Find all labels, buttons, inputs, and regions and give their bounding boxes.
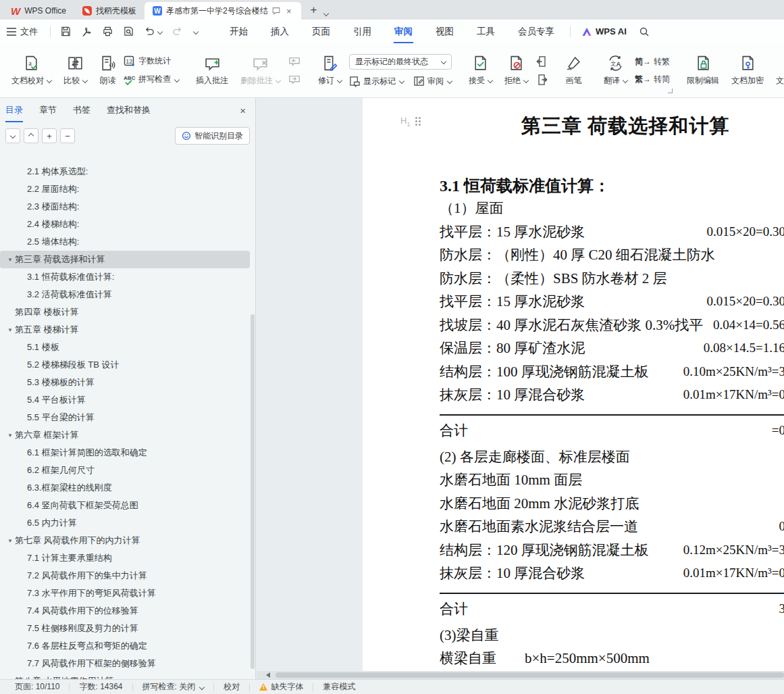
- doc-text-line[interactable]: 找平层：15 厚水泥砂浆0.015×20=0.30: [440, 290, 784, 314]
- toc-item[interactable]: 5.3 楼梯板的计算: [0, 374, 250, 391]
- chat-bubble-icon[interactable]: [271, 6, 281, 16]
- spell-check-button[interactable]: ABC 拼写检查: [124, 74, 179, 86]
- insert-comment-button[interactable]: 插入批注: [191, 55, 233, 86]
- sidebar-scrollbar[interactable]: [251, 314, 255, 669]
- toc-item[interactable]: 5.5 平台梁的计算: [0, 409, 250, 426]
- read-aloud-button[interactable]: 朗读: [95, 55, 121, 86]
- undo-button[interactable]: [144, 26, 162, 36]
- sidebar-tab-chapters[interactable]: 章节: [39, 98, 57, 122]
- print-preview-icon[interactable]: [123, 26, 134, 37]
- toc-item[interactable]: ▼第六章 框架计算: [0, 426, 250, 444]
- toc-item[interactable]: 5.4 平台板计算: [0, 391, 250, 409]
- toc-item[interactable]: 6.3.框架梁柱的线刚度: [0, 479, 250, 497]
- markup-state-select[interactable]: 显示标记的最终状态: [349, 54, 452, 70]
- doc-text-line[interactable]: （1）屋面: [440, 197, 784, 220]
- doc-text-line[interactable]: 横梁自重b×h=250mm×500mm: [440, 647, 784, 670]
- collapse-all-button[interactable]: [24, 128, 38, 143]
- doc-text-line[interactable]: 水磨石地面 10mm 面层: [440, 468, 784, 492]
- ink-brush-button[interactable]: 画笔: [560, 55, 587, 86]
- menu-tab-review[interactable]: 审阅: [383, 20, 424, 43]
- translate-button[interactable]: 文A 翻译: [599, 55, 632, 86]
- menu-tab-insert[interactable]: 插入: [259, 20, 300, 43]
- doc-text-line[interactable]: 抹灰层：10 厚混合砂浆0.01m×17KN/m³=0: [440, 562, 784, 585]
- doc-text-line[interactable]: 抹灰层：10 厚混合砂浆0.01m×17KN/m³=0: [440, 383, 784, 407]
- compare-button[interactable]: 比较: [59, 55, 92, 86]
- doc-text-line[interactable]: 防水层：（刚性）40 厚 C20 细石混凝土防水: [440, 243, 784, 267]
- sidebar-tab-bookmarks[interactable]: 书签: [73, 98, 90, 122]
- tab-wps-office[interactable]: W WPS Office: [3, 2, 74, 20]
- smart-toc-button[interactable]: 智能识别目录: [175, 127, 250, 145]
- horizontal-scrollbar-thumb[interactable]: [276, 672, 784, 678]
- toc-item[interactable]: 2.5 墙体结构:: [0, 233, 250, 251]
- doc-text-line[interactable]: 防水层：（柔性）SBS 防水卷材 2 层: [440, 267, 784, 291]
- status-missing-font[interactable]: 缺失字体: [250, 681, 313, 693]
- toc-item[interactable]: 7.2 风荷载作用下的集中力计算: [0, 567, 250, 585]
- status-compatibility-mode[interactable]: 兼容模式: [313, 681, 365, 693]
- zoom-out-button[interactable]: −: [60, 128, 75, 143]
- toc-item[interactable]: 7.6 各层柱反弯点和弯矩的确定: [0, 637, 250, 655]
- menu-tab-tools[interactable]: 工具: [465, 20, 506, 43]
- menu-tab-page[interactable]: 页面: [300, 20, 342, 43]
- toc-collapse-icon[interactable]: ▼: [5, 538, 15, 544]
- print-icon[interactable]: [102, 26, 113, 37]
- toc-collapse-icon[interactable]: ▼: [5, 257, 15, 263]
- toc-item[interactable]: 7.4 风荷载作用下的位移验算: [0, 602, 250, 620]
- restrict-editing-button[interactable]: 限制编辑: [682, 55, 724, 86]
- toc-item[interactable]: 7.7 风荷载作用下框架的侧移验算: [0, 655, 250, 672]
- more-commands-icon[interactable]: [193, 28, 199, 34]
- tab-document-active[interactable]: W 孝感市第一中学2号综合楼结构 ×: [145, 2, 301, 20]
- toc-item[interactable]: 2.1 构体系选型:: [0, 163, 250, 180]
- doc-text-line[interactable]: 结构层：100 厚现浇钢筋混凝土板0.10m×25KN/m³=3: [440, 360, 784, 384]
- expand-all-button[interactable]: [5, 128, 20, 143]
- tab-list-chevron-icon[interactable]: [323, 11, 328, 16]
- document-chapter-title[interactable]: 第三章 荷载选择和计算: [363, 113, 784, 140]
- doc-text-line[interactable]: (2) 各层走廊楼面、标准层楼面: [440, 445, 784, 469]
- group-expand-icon[interactable]: [668, 89, 673, 93]
- menu-tab-home[interactable]: 开始: [218, 20, 259, 43]
- wps-ai-button[interactable]: WPS AI: [575, 26, 633, 36]
- previous-revision-icon[interactable]: [535, 55, 548, 68]
- doc-text-line[interactable]: 水磨石地面素水泥浆结合层一道0: [440, 515, 784, 539]
- menu-tab-view[interactable]: 视图: [424, 20, 465, 43]
- doc-text-line[interactable]: 找平层：15 厚水泥砂浆0.015×20=0.30: [440, 220, 784, 244]
- toc-item[interactable]: 3.1 恒荷载标准值计算:: [0, 268, 250, 286]
- toc-item[interactable]: 6.2 框架几何尺寸: [0, 462, 250, 479]
- close-icon[interactable]: ×: [285, 6, 293, 16]
- toc-item[interactable]: 5.2 楼梯梯段板 TB 设计: [0, 356, 250, 374]
- toc-item[interactable]: 7.5 柱侧移刚度及剪力的计算: [0, 620, 250, 637]
- status-word-count[interactable]: 字数: 14364: [70, 681, 132, 693]
- to-traditional-button[interactable]: 简→ 转繁: [635, 56, 670, 68]
- toc-item[interactable]: 2.3 楼面结构:: [0, 198, 250, 216]
- close-icon[interactable]: ×: [236, 105, 250, 116]
- export-pdf-icon[interactable]: [81, 26, 93, 37]
- tab-docer-templates[interactable]: 找稻壳模板: [74, 2, 145, 20]
- doc-text-line[interactable]: 结构层：120 厚现浇钢筋混凝土板0.12m×25KN/m³=3: [440, 539, 784, 562]
- toc-collapse-icon[interactable]: ▼: [5, 327, 15, 333]
- status-proofing[interactable]: 校对: [214, 681, 249, 693]
- document-section-heading[interactable]: 3.1 恒荷载标准值计算：: [440, 175, 784, 197]
- doc-text-line[interactable]: 保温层：80 厚矿渣水泥0.08×14.5=1.16: [440, 337, 784, 360]
- toc-item[interactable]: 第四章 楼板计算: [0, 303, 250, 321]
- status-page-number[interactable]: 页面: 10/110: [5, 681, 69, 693]
- toc-item[interactable]: 7.3 水平作用下的弯矩风荷载计算: [0, 585, 250, 602]
- toc-item[interactable]: ▼第五章 楼梯计算: [0, 321, 250, 339]
- doc-text-line[interactable]: 水磨石地面 20mm 水泥砂浆打底: [440, 492, 784, 516]
- search-icon[interactable]: [639, 26, 650, 37]
- document-page[interactable]: H1 第三章 荷载选择和计算 3.1 恒荷载标准值计算： （1）屋面找平层：15…: [363, 98, 784, 671]
- word-count-button[interactable]: 12 字数统计: [124, 55, 179, 68]
- next-revision-icon[interactable]: [535, 74, 548, 86]
- encrypt-doc-button[interactable]: 文档加密: [727, 55, 768, 86]
- toc-item[interactable]: 6.1 框架计算简图的选取和确定: [0, 444, 250, 462]
- toc-item[interactable]: 2.4 楼梯结构:: [0, 216, 250, 233]
- track-changes-button[interactable]: 修订: [313, 55, 346, 86]
- toc-item[interactable]: 7.1 计算主要承重结构: [0, 549, 250, 567]
- toc-item[interactable]: 5.1 楼板: [0, 339, 250, 356]
- reject-change-button[interactable]: 拒绝: [500, 55, 533, 86]
- heading-level-marker[interactable]: H1: [400, 116, 421, 128]
- toc-item[interactable]: 6.5 内力计算: [0, 514, 250, 532]
- toc-item[interactable]: 3.2 活荷载标准值计算: [0, 286, 250, 303]
- to-simplified-button[interactable]: 繁→ 转简: [635, 74, 670, 85]
- toc-item[interactable]: ▼第七章 风荷载作用下的内力计算: [0, 532, 250, 549]
- drag-handle-icon[interactable]: [415, 117, 421, 126]
- horizontal-scrollbar[interactable]: [257, 671, 784, 679]
